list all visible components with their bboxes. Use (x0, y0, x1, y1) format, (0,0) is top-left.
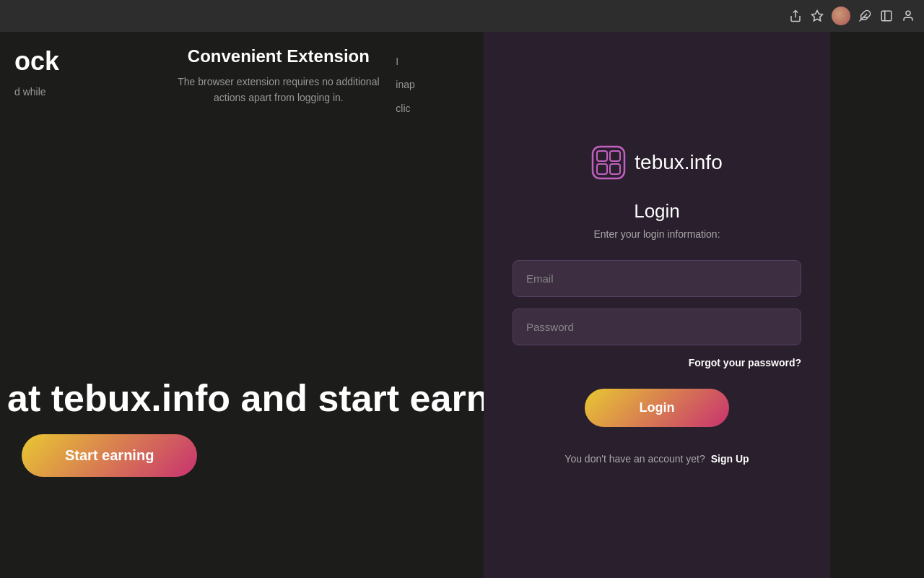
bg-card1-desc: d while (14, 84, 161, 100)
svg-point-6 (906, 11, 910, 15)
bg-card2-desc1: The browser extension requires no additi… (175, 74, 381, 90)
signup-question: You don't have an account yet? (565, 453, 705, 465)
password-input[interactable] (513, 309, 801, 345)
bg-card2-desc2: actions apart from logging in. (175, 90, 381, 105)
forgot-password-link[interactable]: Forgot your password? (513, 357, 801, 368)
bg-card1-title: ock (14, 46, 161, 77)
svg-rect-4 (881, 11, 892, 21)
bg-col-3: I inap clic (396, 46, 469, 116)
profile-icon[interactable] (901, 9, 915, 23)
svg-marker-1 (812, 11, 823, 21)
bg-card3-p2: inap (396, 77, 469, 92)
bg-card2-title: Convenient Extension (175, 46, 381, 66)
logo-icon (591, 145, 626, 180)
browser-chrome (0, 0, 924, 32)
start-earning-container: Start earning (22, 413, 197, 477)
user-avatar[interactable] (832, 7, 850, 25)
signup-row: You don't have an account yet? Sign Up (565, 453, 749, 465)
svg-rect-11 (610, 164, 620, 174)
bg-card3-p3: clic (396, 100, 469, 116)
main-area: ock d while Convenient Extension The bro… (0, 32, 924, 578)
signup-link[interactable]: Sign Up (711, 453, 749, 465)
svg-rect-8 (597, 151, 607, 161)
bg-col-1: ock d while (14, 46, 161, 116)
background-content: ock d while Convenient Extension The bro… (0, 32, 484, 578)
bg-col-2: Convenient Extension The browser extensi… (175, 46, 381, 116)
login-subtitle: Enter your login information: (593, 228, 720, 240)
svg-rect-10 (597, 164, 607, 174)
svg-rect-9 (610, 151, 620, 161)
login-button[interactable]: Login (585, 389, 729, 427)
email-input[interactable] (513, 260, 801, 297)
share-icon[interactable] (788, 9, 803, 23)
start-earning-button[interactable]: Start earning (22, 434, 197, 477)
login-popup: tebux.info Login Enter your login inform… (484, 32, 830, 578)
star-icon[interactable] (810, 9, 824, 23)
logo-text: tebux.info (635, 151, 722, 174)
bg-top-section: ock d while Convenient Extension The bro… (0, 46, 484, 116)
puzzle-icon[interactable] (858, 9, 872, 23)
bg-card3-p1: I (396, 53, 469, 69)
login-title: Login (634, 200, 680, 223)
logo-row: tebux.info (591, 145, 722, 180)
sidebar-icon[interactable] (879, 9, 894, 23)
